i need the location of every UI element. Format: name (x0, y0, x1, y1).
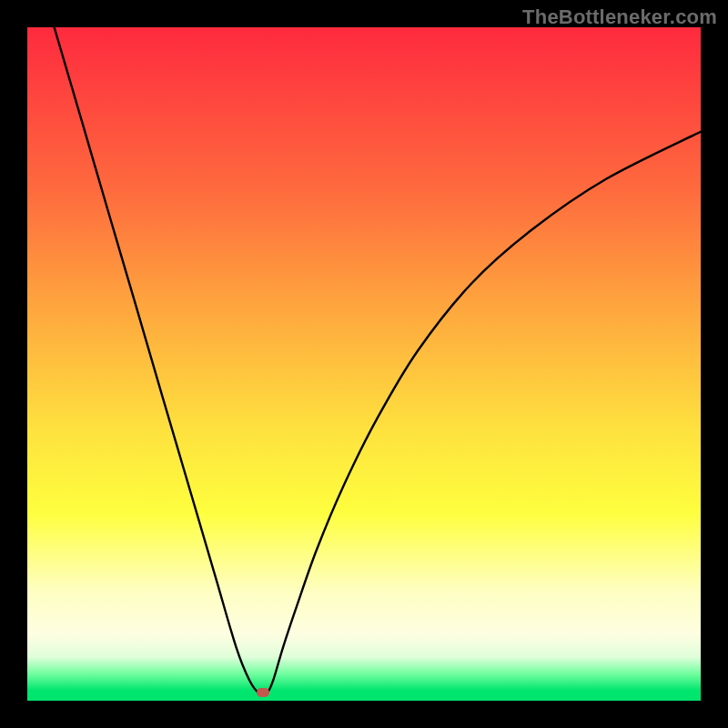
watermark-text: TheBottleneker.com (522, 5, 717, 29)
curve-svg (27, 27, 701, 701)
chart-frame: TheBottleneker.com (0, 0, 728, 728)
min-marker (257, 688, 269, 697)
plot-area (27, 27, 701, 701)
chart-curve (55, 27, 701, 695)
